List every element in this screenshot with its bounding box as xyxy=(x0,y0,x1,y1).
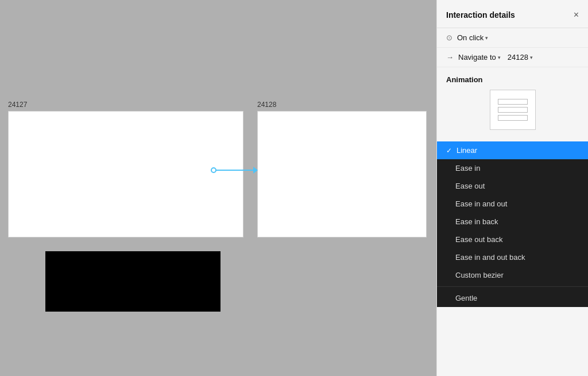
navigate-to-value[interactable]: 24128 ▾ xyxy=(508,53,533,62)
easing-option-ease-in-and-out-back[interactable]: Ease in and out back xyxy=(437,248,588,266)
connection-dot[interactable] xyxy=(211,167,216,173)
frame-label-1: 24127 xyxy=(8,101,27,109)
frame1-content xyxy=(45,251,220,312)
trigger-icon: ⊙ xyxy=(446,33,452,42)
action-row: → Navigate to ▾ 24128 ▾ xyxy=(437,48,588,67)
easing-option-gentle[interactable]: Gentle xyxy=(437,289,588,307)
trigger-row: ⊙ On click ▾ xyxy=(437,28,588,48)
easing-list: Ease in Ease out Ease in and out Ease in… xyxy=(437,159,588,307)
trigger-selector[interactable]: On click ▾ xyxy=(457,33,488,42)
easing-option-ease-in[interactable]: Ease in xyxy=(437,159,588,177)
panel-title: Interaction details xyxy=(446,10,515,20)
easing-selected[interactable]: ✓ Linear xyxy=(437,141,588,159)
easing-dropdown[interactable]: ✓ Linear Ease in Ease out Ease in and ou… xyxy=(437,141,588,307)
easing-option-ease-out-back[interactable]: Ease out back xyxy=(437,231,588,248)
easing-option-custom-bezier[interactable]: Custom bezier xyxy=(437,266,588,284)
animation-label: Animation xyxy=(446,75,579,84)
preview-line-2 xyxy=(498,107,528,113)
preview-lines-container xyxy=(498,99,528,121)
easing-option-ease-in-and-out[interactable]: Ease in and out xyxy=(437,195,588,213)
trigger-label: On click xyxy=(457,33,483,42)
preview-line-3 xyxy=(498,115,528,121)
preview-line-1 xyxy=(498,99,528,105)
connection-arrow xyxy=(214,170,257,171)
canvas: 24127 24128 xyxy=(0,0,436,376)
trigger-chevron: ▾ xyxy=(485,35,488,41)
navigate-value-chevron: ▾ xyxy=(530,55,533,60)
frame-box-1 xyxy=(8,111,243,237)
frame-box-2 xyxy=(257,111,427,237)
action-icon: → xyxy=(446,53,454,62)
navigate-value-label: 24128 xyxy=(508,53,528,62)
easing-option-ease-in-back[interactable]: Ease in back xyxy=(437,213,588,231)
dropdown-divider xyxy=(437,286,588,287)
selected-easing-label: Linear xyxy=(457,146,477,155)
interaction-panel: Interaction details × ⊙ On click ▾ → Nav… xyxy=(436,0,588,376)
action-label: Navigate to xyxy=(458,53,496,62)
check-icon: ✓ xyxy=(446,147,452,155)
frame-label-2: 24128 xyxy=(257,101,276,109)
panel-header: Interaction details × xyxy=(437,0,588,28)
easing-option-ease-out[interactable]: Ease out xyxy=(437,177,588,195)
animation-preview xyxy=(490,90,536,130)
action-chevron: ▾ xyxy=(498,55,501,60)
action-selector[interactable]: Navigate to ▾ xyxy=(458,53,501,62)
animation-section: Animation xyxy=(437,67,588,139)
close-button[interactable]: × xyxy=(574,10,579,20)
